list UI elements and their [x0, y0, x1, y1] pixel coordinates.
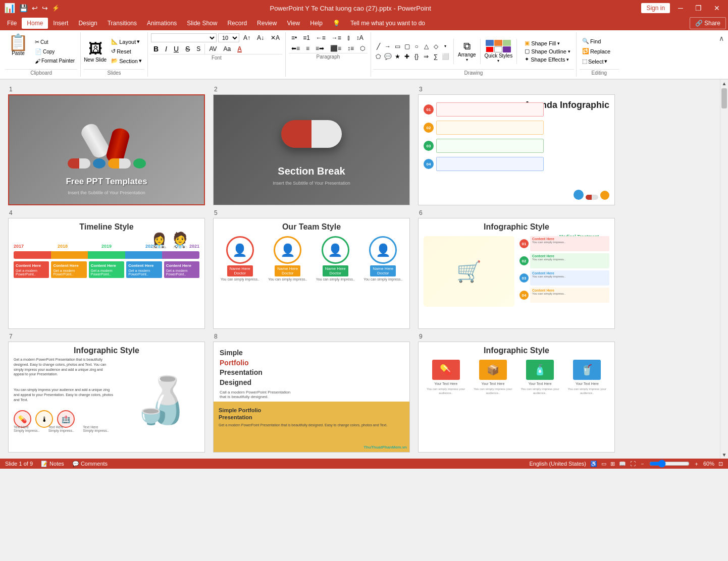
zoom-slider[interactable]	[649, 461, 690, 466]
slide-thumb-2[interactable]: Section Break Insert the Subtitle of You…	[213, 94, 410, 205]
menu-transitions[interactable]: Transitions	[102, 18, 142, 29]
menu-record[interactable]: Record	[222, 18, 252, 29]
quick-access-more[interactable]: ⚡	[52, 5, 60, 12]
decrease-font-button[interactable]: A↓	[254, 33, 267, 42]
arrange-button[interactable]: ⧉ Arrange ▾	[458, 40, 476, 62]
line-spacing-button[interactable]: ↕≡	[345, 44, 356, 53]
smart-art-button[interactable]: ⬡	[357, 44, 368, 53]
shape-arrow[interactable]: →	[383, 42, 393, 51]
view-reading[interactable]: 📖	[619, 461, 626, 467]
menu-animations[interactable]: Animations	[142, 18, 182, 29]
menu-review[interactable]: Review	[252, 18, 282, 29]
copy-button[interactable]: 📄Copy	[32, 47, 77, 56]
view-normal[interactable]: ▭	[601, 461, 606, 467]
shape-triangle[interactable]: △	[421, 42, 431, 51]
font-name-select[interactable]	[151, 33, 217, 42]
quick-access-redo[interactable]: ↪	[42, 4, 48, 12]
slide-thumb-9[interactable]: Infographic Style 💊 Your Text Here You c…	[418, 342, 615, 453]
italic-button[interactable]: I	[163, 44, 170, 54]
scroll-down-button[interactable]: ▼	[720, 451, 728, 459]
sign-in-button[interactable]: Sign in	[641, 3, 670, 13]
font-size-select[interactable]: 10	[218, 33, 239, 42]
text-direction-button[interactable]: ↕A	[354, 33, 366, 42]
shape-cross[interactable]: ✚	[402, 52, 412, 61]
increase-indent-button[interactable]: →≡	[329, 33, 344, 42]
scroll-thumb[interactable]	[721, 88, 727, 108]
clear-format-button[interactable]: ✕A	[268, 33, 282, 42]
menu-slideshow[interactable]: Slide Show	[182, 18, 222, 29]
numbering-button[interactable]: ≡1	[300, 33, 313, 42]
close-button[interactable]: ✕	[710, 2, 724, 14]
collapse-ribbon-button[interactable]: ∧	[717, 32, 726, 77]
replace-button[interactable]: 🔁 Replace	[580, 47, 619, 55]
menu-insert[interactable]: Insert	[48, 18, 73, 29]
strikethrough-button[interactable]: S	[183, 44, 192, 54]
reset-button[interactable]: ↺ Reset	[109, 47, 144, 55]
shape-brace[interactable]: {}	[411, 52, 422, 61]
shape-line[interactable]: ╱	[373, 42, 383, 51]
slide-thumb-3[interactable]: Agenda Infographic 01 02	[418, 94, 615, 205]
justify-button[interactable]: ⬛≡	[328, 44, 344, 53]
zoom-out[interactable]: －	[640, 460, 645, 468]
columns-button[interactable]: ⫿	[345, 33, 353, 42]
menu-lightbulb[interactable]: 💡	[328, 18, 345, 29]
cut-button[interactable]: ✂Cut	[32, 38, 77, 46]
slide-thumb-1[interactable]: Free PPT Templates Insert the Subtitle o…	[8, 94, 205, 205]
slide-thumb-8[interactable]: Simple Portfolio Presentation Designed C…	[213, 342, 410, 453]
menu-file[interactable]: File	[2, 18, 22, 29]
shape-block-arrow[interactable]: ⇒	[421, 52, 431, 61]
slide-thumb-6[interactable]: Infographic Style Medical TreatmentCAPSU…	[418, 218, 615, 329]
layout-button[interactable]: 📐 Layout ▾	[109, 37, 144, 46]
select-button[interactable]: ⬚ Select ▾	[580, 57, 619, 66]
menu-design[interactable]: Design	[73, 18, 102, 29]
slide-thumb-7[interactable]: Infographic Style Get a modern PowerPoin…	[8, 342, 205, 453]
accessibility-button[interactable]: ♿	[590, 461, 597, 467]
quick-styles-button[interactable]: Quick Styles ▾	[485, 40, 513, 63]
tell-me-box[interactable]: Tell me what you want to do	[345, 18, 430, 29]
minimize-button[interactable]: ─	[674, 2, 687, 14]
shape-pentagon[interactable]: ⬠	[373, 52, 383, 61]
shape-flowchart[interactable]: ⬜	[440, 52, 450, 61]
shape-outline-button[interactable]: ▢ Shape Outline ▾	[523, 47, 572, 55]
menu-view[interactable]: View	[282, 18, 305, 29]
shape-circle[interactable]: ○	[411, 42, 422, 51]
menu-help[interactable]: Help	[305, 18, 328, 29]
font-color-button[interactable]: A	[235, 44, 244, 53]
align-right-button[interactable]: ≡➡	[313, 44, 327, 53]
change-case-button[interactable]: Aa	[221, 44, 234, 53]
shape-diamond[interactable]: ◇	[431, 42, 441, 51]
character-spacing-button[interactable]: AV	[206, 44, 219, 53]
share-button[interactable]: 🔗 Share	[690, 17, 726, 29]
shape-effects-button[interactable]: ✦ Shape Effects ▾	[523, 55, 572, 63]
shape-rounded-rect[interactable]: ▢	[402, 42, 412, 51]
shape-callout[interactable]: 💬	[383, 52, 393, 61]
shape-rect[interactable]: ▭	[392, 42, 402, 51]
increase-font-button[interactable]: A↑	[241, 33, 253, 42]
shape-more[interactable]: ▾	[440, 42, 450, 51]
scroll-up-button[interactable]: ▲	[720, 80, 728, 87]
bullets-button[interactable]: ≡•	[289, 33, 299, 42]
paste-button[interactable]: 📋 Paste	[5, 33, 31, 69]
new-slide-button[interactable]: 🖼 New Slide	[84, 40, 107, 63]
fit-slide-button[interactable]: ⊡	[718, 461, 723, 467]
shape-star[interactable]: ★	[392, 52, 402, 61]
slide-thumb-5[interactable]: Our Team Style 👤 Name HereDoctor You can…	[213, 218, 410, 329]
slide-thumb-4[interactable]: Timeline Style 2017 2018 2019 2020 2021	[8, 218, 205, 329]
quick-access-undo[interactable]: ↩	[32, 4, 38, 12]
shadow-button[interactable]: S	[194, 44, 203, 53]
restore-button[interactable]: ❐	[691, 2, 706, 14]
bold-button[interactable]: B	[151, 44, 161, 54]
shape-fill-button[interactable]: ▣ Shape Fill ▾	[523, 39, 572, 47]
decrease-indent-button[interactable]: ←≡	[314, 33, 328, 42]
align-center-button[interactable]: ≡	[303, 44, 312, 53]
comments-button[interactable]: 💬 Comments	[72, 461, 108, 467]
vertical-scrollbar[interactable]: ▲ ▼	[720, 80, 728, 459]
zoom-in[interactable]: ＋	[694, 460, 699, 468]
notes-button[interactable]: 📝 Notes	[41, 461, 64, 467]
find-button[interactable]: 🔍 Find	[580, 37, 619, 45]
menu-home[interactable]: Home	[22, 18, 48, 29]
section-button[interactable]: 📂 Section ▾	[109, 57, 144, 65]
shape-equation[interactable]: ∑	[431, 52, 441, 61]
format-painter-button[interactable]: 🖌Format Painter	[32, 57, 77, 65]
view-slide-sorter[interactable]: ⊞	[610, 461, 615, 467]
